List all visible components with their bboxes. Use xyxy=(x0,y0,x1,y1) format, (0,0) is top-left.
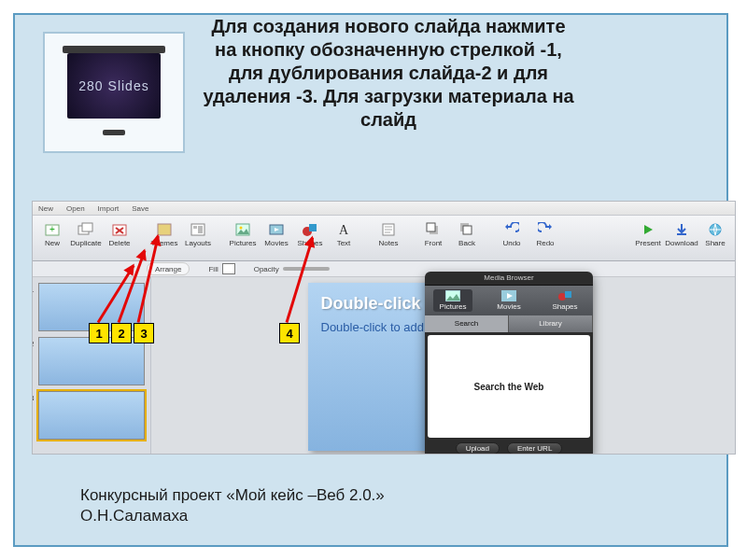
svg-rect-16 xyxy=(309,224,317,231)
undo-icon xyxy=(504,219,519,240)
media-subtab-search[interactable]: Search xyxy=(425,315,509,332)
svg-text:+: + xyxy=(49,224,55,234)
app-logo-card: 280 Slides xyxy=(43,32,185,153)
duplicate-icon xyxy=(78,219,94,240)
media-tab-shapes[interactable]: Shapes xyxy=(545,289,585,312)
presentation-slide: 280 Slides Для создания нового слайда на… xyxy=(13,13,728,547)
back-icon xyxy=(459,219,474,240)
bring-front-button[interactable]: Front xyxy=(417,217,449,255)
slide-thumbnail-2[interactable]: 2 xyxy=(38,337,145,385)
media-browser-title: Media Browser xyxy=(425,272,593,286)
svg-point-34 xyxy=(558,293,566,301)
text-button[interactable]: A Text xyxy=(328,217,359,255)
slide-thumbnail-3[interactable]: 3 xyxy=(38,391,145,440)
layouts-button[interactable]: Layouts xyxy=(182,217,214,255)
movies-icon xyxy=(269,219,284,240)
svg-point-12 xyxy=(240,227,243,230)
annotation-label-4: 4 xyxy=(279,323,300,343)
slide-subtitle-placeholder[interactable]: Double-click to add xyxy=(321,320,425,334)
arrange-control[interactable]: Arrange xyxy=(147,262,190,275)
opacity-control[interactable]: Opacity xyxy=(254,265,330,273)
svg-text:A: A xyxy=(339,223,349,237)
annotation-label-1: 1 xyxy=(89,323,109,343)
menu-import[interactable]: Import xyxy=(98,204,120,213)
media-search-body[interactable]: Search the Web xyxy=(428,335,590,438)
slide-thumbnails: 1 2 3 xyxy=(33,277,151,454)
svg-rect-10 xyxy=(198,226,203,233)
projector-screen-icon: 280 Slides xyxy=(58,46,170,139)
send-back-button[interactable]: Back xyxy=(451,217,483,255)
play-icon xyxy=(641,219,655,240)
front-icon xyxy=(426,219,441,240)
delete-icon xyxy=(112,219,127,240)
svg-rect-7 xyxy=(158,224,171,235)
media-browser-panel: Media Browser Pictures Movies Shapes Sea… xyxy=(425,272,593,454)
layouts-icon xyxy=(190,219,205,240)
delete-slide-button[interactable]: Delete xyxy=(104,217,135,255)
footer-line-1: Конкурсный проект «Мой кейс –Веб 2.0.» xyxy=(80,485,385,506)
movies-icon xyxy=(501,290,516,301)
share-button[interactable]: Share xyxy=(699,217,731,255)
svg-marker-28 xyxy=(644,225,653,234)
download-icon xyxy=(674,219,689,240)
svg-rect-23 xyxy=(427,223,435,231)
pictures-icon xyxy=(445,290,460,301)
duplicate-slide-button[interactable]: Duplicate xyxy=(70,217,102,255)
plus-icon: + xyxy=(45,219,60,240)
svg-marker-26 xyxy=(505,224,508,230)
upload-button[interactable]: Upload xyxy=(456,442,500,454)
pictures-icon xyxy=(235,219,250,240)
svg-rect-9 xyxy=(193,226,197,229)
app-menu-bar: New Open Import Save xyxy=(33,202,735,215)
annotation-label-3: 3 xyxy=(134,323,154,343)
menu-save[interactable]: Save xyxy=(132,204,148,213)
media-tab-pictures[interactable]: Pictures xyxy=(433,289,472,312)
present-button[interactable]: Present xyxy=(632,217,664,255)
enter-url-button[interactable]: Enter URL xyxy=(507,442,562,454)
redo-button[interactable]: Redo xyxy=(529,217,561,255)
logo-text: 280 Slides xyxy=(78,78,148,93)
share-icon xyxy=(708,219,723,240)
svg-rect-3 xyxy=(82,223,92,231)
annotation-label-2: 2 xyxy=(111,323,132,343)
pictures-button[interactable]: Pictures xyxy=(227,217,259,255)
svg-rect-25 xyxy=(463,226,472,234)
download-button[interactable]: Download xyxy=(666,217,698,255)
svg-marker-27 xyxy=(549,224,552,230)
svg-rect-35 xyxy=(565,291,571,298)
media-tab-movies[interactable]: Movies xyxy=(489,289,529,312)
menu-new[interactable]: New xyxy=(38,204,53,213)
fill-control[interactable]: Fill xyxy=(208,263,234,274)
media-subtab-library[interactable]: Library xyxy=(509,315,593,332)
menu-open[interactable]: Open xyxy=(66,204,85,213)
footer-line-2: О.Н.Саламаха xyxy=(80,506,385,526)
undo-button[interactable]: Undo xyxy=(496,217,528,255)
instruction-text: Для создания нового слайда нажмите на кн… xyxy=(202,15,575,132)
redo-icon xyxy=(538,219,553,240)
shapes-icon xyxy=(557,290,572,301)
notes-button[interactable]: Notes xyxy=(373,217,404,255)
movies-button[interactable]: Movies xyxy=(261,217,292,255)
text-icon: A xyxy=(336,219,351,240)
app-screenshot: New Open Import Save + New Duplicate Del… xyxy=(33,202,735,454)
new-slide-button[interactable]: + New xyxy=(36,217,68,255)
footer-credit: Конкурсный проект «Мой кейс –Веб 2.0.» О… xyxy=(80,485,385,526)
notes-icon xyxy=(381,219,396,240)
